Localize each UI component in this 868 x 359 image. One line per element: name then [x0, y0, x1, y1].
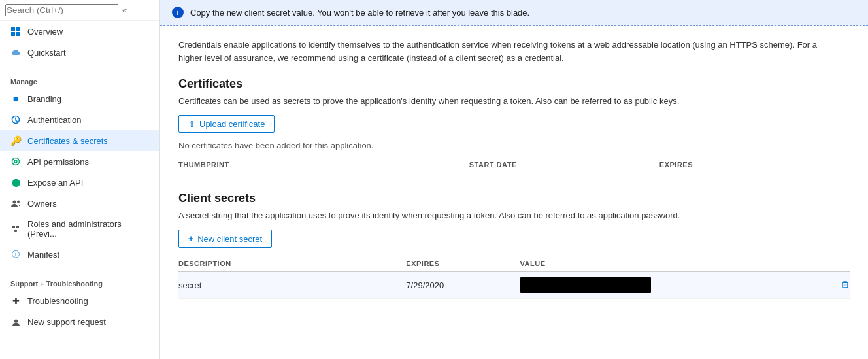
new-secret-icon: + [188, 233, 193, 244]
sidebar-item-api-permissions[interactable]: API permissions [0, 151, 159, 172]
certificates-section: Certificates Certificates can be used as… [178, 77, 850, 173]
certificates-desc: Certificates can be used as secrets to p… [178, 96, 850, 106]
col-description: DESCRIPTION [178, 260, 406, 267]
sidebar-item-roles-admin[interactable]: Roles and administrators (Previ... [0, 214, 159, 244]
roles-icon [10, 224, 21, 234]
expose-icon: ⬤ [10, 177, 21, 188]
col-actions [824, 260, 850, 267]
content-area: Credentials enable applications to ident… [160, 26, 868, 359]
svg-point-8 [17, 201, 20, 203]
sidebar-item-overview[interactable]: Overview [0, 21, 159, 42]
col-value: VALUE [520, 260, 824, 267]
sidebar-item-label: Branding [27, 94, 61, 104]
svg-rect-9 [12, 226, 15, 228]
svg-rect-13 [843, 282, 848, 288]
sidebar-item-manifest[interactable]: ⓘ Manifest [0, 244, 159, 265]
certs-table: THUMBPRINT START DATE EXPIRES [178, 157, 850, 173]
search-input[interactable] [5, 4, 118, 16]
delete-secret-icon[interactable] [841, 281, 850, 291]
sidebar-item-label: Owners [27, 199, 57, 209]
sidebar-divider-2 [10, 269, 149, 269]
hidden-secret-block [520, 277, 651, 293]
sidebar-item-authentication[interactable]: Authentication [0, 109, 159, 130]
wrench-icon: ✚ [10, 296, 21, 306]
sidebar-item-owners[interactable]: Owners [0, 193, 159, 214]
people-icon [10, 198, 21, 209]
cloud-icon [10, 47, 21, 58]
col-start-date: START DATE [464, 161, 659, 169]
svg-rect-1 [16, 27, 20, 31]
sidebar-item-label: Certificates & secrets [27, 136, 108, 146]
table-row: secret 7/29/2020 [178, 272, 850, 299]
client-secrets-desc: A secret string that the application use… [178, 211, 850, 220]
info-icon: i [172, 7, 184, 18]
sidebar-item-expose-api[interactable]: ⬤ Expose an API [0, 172, 159, 193]
sidebar-item-quickstart[interactable]: Quickstart [0, 42, 159, 63]
secrets-table: DESCRIPTION EXPIRES VALUE secret 7/29/20… [178, 256, 850, 299]
sidebar-item-label: Overview [27, 27, 63, 37]
no-certs-text: No certificates have been added for this… [178, 141, 850, 150]
svg-point-6 [14, 160, 17, 163]
upload-certificate-button[interactable]: ⇧ Upload certificate [178, 115, 275, 133]
sidebar-item-label: Troubleshooting [27, 296, 88, 306]
grid-icon [10, 26, 21, 37]
sidebar-item-label: Authentication [27, 115, 81, 125]
person-support-icon [10, 316, 21, 327]
sidebar-item-label: API permissions [27, 157, 89, 167]
svg-point-12 [14, 319, 18, 322]
sidebar-item-label: Manifest [27, 250, 59, 260]
svg-point-7 [13, 201, 16, 204]
manifest-icon: ⓘ [10, 249, 21, 260]
col-thumbprint: THUMBPRINT [178, 161, 464, 169]
sidebar-item-label: Expose an API [27, 178, 83, 188]
api-icon [10, 156, 21, 167]
sidebar-item-label: New support request [27, 317, 106, 327]
client-secrets-title: Client secrets [178, 192, 850, 205]
sidebar-item-new-support[interactable]: New support request [0, 311, 159, 332]
new-secret-btn-label: New client secret [197, 234, 262, 244]
branding-icon: ■ [10, 94, 21, 104]
col-expires: EXPIRES [659, 161, 850, 169]
auth-icon [10, 114, 21, 125]
svg-rect-2 [11, 32, 15, 36]
upload-btn-label: Upload certificate [199, 119, 265, 129]
sidebar-item-label: Roles and administrators (Previ... [27, 219, 149, 239]
certs-header-row: THUMBPRINT START DATE EXPIRES [178, 157, 850, 173]
secret-value [520, 277, 824, 293]
upload-icon: ⇧ [188, 119, 195, 129]
svg-rect-11 [14, 230, 17, 232]
sidebar-item-troubleshooting[interactable]: ✚ Troubleshooting [0, 290, 159, 311]
sidebar-divider [10, 67, 149, 67]
col-expires: EXPIRES [406, 260, 520, 267]
banner-text: Copy the new client secret value. You wo… [190, 8, 529, 18]
info-banner: i Copy the new client secret value. You … [160, 0, 868, 26]
secrets-header-row: DESCRIPTION EXPIRES VALUE [178, 256, 850, 272]
sidebar-manage-label: Manage [0, 71, 159, 88]
svg-point-5 [12, 158, 20, 165]
intro-text: Credentials enable applications to ident… [178, 39, 826, 64]
sidebar-item-certs-secrets[interactable]: 🔑 Certificates & secrets [0, 130, 159, 151]
client-secrets-section: Client secrets A secret string that the … [178, 192, 850, 299]
main-area: i Copy the new client secret value. You … [160, 0, 868, 359]
certificates-title: Certificates [178, 77, 850, 91]
sidebar-item-branding[interactable]: ■ Branding [0, 88, 159, 109]
svg-rect-0 [11, 27, 15, 31]
svg-rect-3 [16, 32, 20, 36]
sidebar-item-label: Quickstart [27, 48, 66, 58]
new-client-secret-button[interactable]: + New client secret [178, 230, 272, 248]
key-icon: 🔑 [10, 135, 21, 146]
sidebar-support-label: Support + Troubleshooting [0, 273, 159, 290]
svg-rect-10 [16, 226, 19, 228]
secret-description: secret [178, 281, 406, 290]
secret-actions [824, 280, 850, 291]
secret-expires: 7/29/2020 [406, 281, 520, 290]
collapse-icon[interactable]: « [122, 5, 127, 15]
sidebar: « Overview Quickstart Manage ■ Branding … [0, 0, 160, 359]
sidebar-search-row: « [0, 0, 159, 21]
